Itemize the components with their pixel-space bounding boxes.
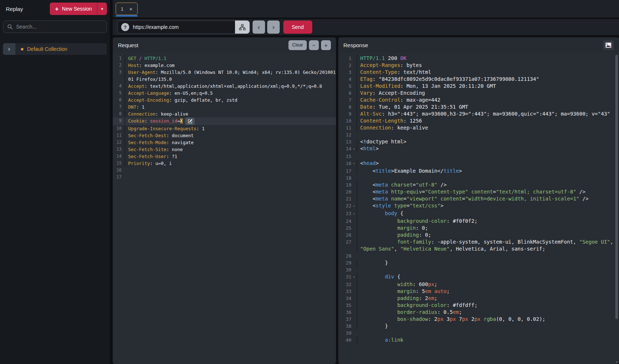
code-line-15[interactable]: 15 xyxy=(338,153,614,160)
code-content[interactable]: Vary: Accept-Encoding xyxy=(357,90,614,97)
code-content[interactable]: background-color: #f0f0f2; xyxy=(357,218,614,225)
code-content[interactable]: } xyxy=(357,323,614,330)
url-input[interactable] xyxy=(133,24,231,30)
code-content[interactable]: a:link xyxy=(357,337,614,344)
code-content[interactable]: background-color: #fdfdff; xyxy=(357,302,614,309)
code-content[interactable]: Cache-Control: max-age=442 xyxy=(357,97,614,104)
code-line-18[interactable]: 18 xyxy=(338,175,614,181)
code-line-5[interactable]: 5Accept-Language: en-US,en;q=0.5 xyxy=(113,90,336,97)
code-content[interactable]: padding: 2em; xyxy=(357,295,614,302)
code-content[interactable]: Alt-Svc: h3=":443"; ma=93600,h3-29=":443… xyxy=(357,110,614,117)
render-image-button[interactable] xyxy=(603,40,614,50)
code-line-32[interactable]: 32 width: 600px; xyxy=(338,281,614,288)
collection-expand-button[interactable]: › xyxy=(3,43,15,55)
code-content[interactable]: margin: 0; xyxy=(357,225,614,232)
response-editor[interactable]: 1HTTP/1.1 200 OK2Accept-Ranges: bytes3Co… xyxy=(338,53,619,364)
code-line-10[interactable]: 10Upgrade-Insecure-Requests: 1 xyxy=(113,125,336,132)
code-content[interactable]: width: 600px; xyxy=(357,281,614,288)
code-line-31[interactable]: 31▾ div { xyxy=(338,273,614,281)
code-content[interactable]: Sec-Fetch-User: ?1 xyxy=(124,153,336,160)
scrollbar-thumb[interactable] xyxy=(615,55,618,319)
code-line-8[interactable]: 8Connection: keep-alive xyxy=(113,110,336,117)
code-line-4[interactable]: 4ETag: "84238dfc8092e5d9c0dac8ef93371a07… xyxy=(338,76,614,83)
code-line-11[interactable]: 11Connection: keep-alive xyxy=(338,124,614,131)
code-line-27[interactable]: 27 font-family: -apple-system, system-ui… xyxy=(338,239,614,252)
code-content[interactable]: Host: example.com xyxy=(124,62,336,69)
code-line-6[interactable]: 6Accept-Encoding: gzip, deflate, br, zst… xyxy=(113,97,336,104)
code-content[interactable]: Sec-Fetch-Mode: navigate xyxy=(124,139,336,146)
session-tab-1[interactable]: 1 × xyxy=(116,3,138,15)
code-line-3[interactable]: 3User-Agent: Mozilla/5.0 (Windows NT 10.… xyxy=(113,69,336,83)
code-content[interactable]: Content-Type: text/html xyxy=(357,69,614,76)
code-content[interactable]: } xyxy=(357,259,614,266)
increase-font-button[interactable]: + xyxy=(321,40,331,50)
code-line-6[interactable]: 6Vary: Accept-Encoding xyxy=(338,90,614,97)
code-content[interactable]: Cookie: session_id=X xyxy=(124,117,336,125)
code-line-15[interactable]: 15Priority: u=0, i xyxy=(113,160,336,167)
code-line-40[interactable]: 40 a:link xyxy=(338,337,614,344)
collection-row[interactable]: › Default Collection xyxy=(3,43,107,55)
code-line-1[interactable]: 1HTTP/1.1 200 OK xyxy=(338,55,614,62)
code-content[interactable]: Connection: keep-alive xyxy=(357,124,614,131)
code-line-26[interactable]: 26 padding: 0; xyxy=(338,232,614,239)
code-line-12[interactable]: 12 xyxy=(338,131,614,138)
code-content[interactable]: User-Agent: Mozilla/5.0 (Windows NT 10.0… xyxy=(124,69,336,83)
history-forward-button[interactable]: › xyxy=(267,20,280,34)
code-line-4[interactable]: 4Accept: text/html,application/xhtml+xml… xyxy=(113,83,336,90)
history-back-button[interactable]: ‹ xyxy=(253,20,265,34)
code-content[interactable]: Connection: keep-alive xyxy=(124,110,336,117)
new-session-button[interactable]: + New Session xyxy=(50,3,97,15)
code-line-2[interactable]: 2Host: example.com xyxy=(113,62,336,69)
code-content[interactable]: <meta http-equiv="Content-type" content=… xyxy=(357,188,614,195)
code-content[interactable]: ETag: "84238dfc8092e5d9c0dac8ef93371a07:… xyxy=(357,76,614,83)
code-line-7[interactable]: 7DNT: 1 xyxy=(113,104,336,110)
url-field[interactable]: ? xyxy=(117,20,235,34)
sitemap-button[interactable] xyxy=(235,20,250,34)
code-line-20[interactable]: 20 <meta http-equiv="Content-type" conte… xyxy=(338,188,614,195)
code-line-17[interactable]: 17 xyxy=(113,174,336,181)
code-line-14[interactable]: 14▾<html> xyxy=(338,145,614,153)
code-content[interactable]: body { xyxy=(357,210,614,217)
response-scrollbar[interactable]: ▾ xyxy=(615,53,619,364)
code-line-38[interactable]: 38 } xyxy=(338,323,614,330)
code-content[interactable]: <meta charset="utf-8" /> xyxy=(357,181,614,188)
code-content[interactable]: font-family: -apple-system, system-ui, B… xyxy=(357,239,614,252)
fold-icon[interactable]: ▾ xyxy=(351,202,357,210)
code-content[interactable]: Sec-Fetch-Dest: document xyxy=(124,132,336,139)
code-line-1[interactable]: 1GET / HTTP/1.1 xyxy=(113,55,336,62)
code-line-33[interactable]: 33 margin: 5em auto; xyxy=(338,288,614,295)
code-line-29[interactable]: 29 } xyxy=(338,259,614,266)
code-content[interactable]: Accept: text/html,application/xhtml+xml,… xyxy=(124,83,336,90)
code-content[interactable]: <title>Example Domain</title> xyxy=(357,168,614,175)
code-line-13[interactable]: 13<!doctype html> xyxy=(338,138,614,145)
new-session-dropdown-button[interactable]: ▾ xyxy=(97,3,107,15)
code-line-7[interactable]: 7Cache-Control: max-age=442 xyxy=(338,97,614,104)
code-line-19[interactable]: 19 <meta charset="utf-8" /> xyxy=(338,181,614,188)
code-content[interactable]: padding: 0; xyxy=(357,232,614,239)
code-line-22[interactable]: 22▾ <style type="text/css"> xyxy=(338,202,614,210)
code-line-14[interactable]: 14Sec-Fetch-User: ?1 xyxy=(113,153,336,160)
scroll-down-icon[interactable]: ▾ xyxy=(615,360,619,364)
code-content[interactable]: Content-Length: 1256 xyxy=(357,117,614,124)
code-line-39[interactable]: 39 xyxy=(338,330,614,337)
code-line-35[interactable]: 35 background-color: #fdfdff; xyxy=(338,302,614,309)
code-content[interactable]: Last-Modified: Mon, 13 Jan 2025 20:11:20… xyxy=(357,83,614,90)
code-line-13[interactable]: 13Sec-Fetch-Site: none xyxy=(113,146,336,153)
code-line-16[interactable]: 16 xyxy=(113,167,336,174)
fold-icon[interactable]: ▾ xyxy=(351,273,357,281)
fold-icon[interactable]: ▾ xyxy=(351,160,357,168)
code-line-9[interactable]: 9Cookie: session_id=X xyxy=(113,117,336,125)
code-line-30[interactable]: 30 xyxy=(338,266,614,273)
help-icon[interactable]: ? xyxy=(121,23,129,31)
code-line-34[interactable]: 34 padding: 2em; xyxy=(338,295,614,302)
code-line-2[interactable]: 2Accept-Ranges: bytes xyxy=(338,62,614,69)
code-content[interactable]: margin: 5em auto; xyxy=(357,288,614,295)
code-content[interactable]: Accept-Language: en-US,en;q=0.5 xyxy=(124,90,336,97)
code-line-21[interactable]: 21 <meta name="viewport" content="width=… xyxy=(338,195,614,202)
code-line-37[interactable]: 37 box-shadow: 2px 3px 7px 2px rgba(0, 0… xyxy=(338,316,614,323)
code-line-36[interactable]: 36 border-radius: 0.5em; xyxy=(338,309,614,316)
code-line-25[interactable]: 25 margin: 0; xyxy=(338,225,614,232)
tab-close-icon[interactable]: × xyxy=(129,6,133,12)
code-content[interactable]: <!doctype html> xyxy=(357,138,614,145)
code-content[interactable]: <meta name="viewport" content="width=dev… xyxy=(357,195,614,202)
